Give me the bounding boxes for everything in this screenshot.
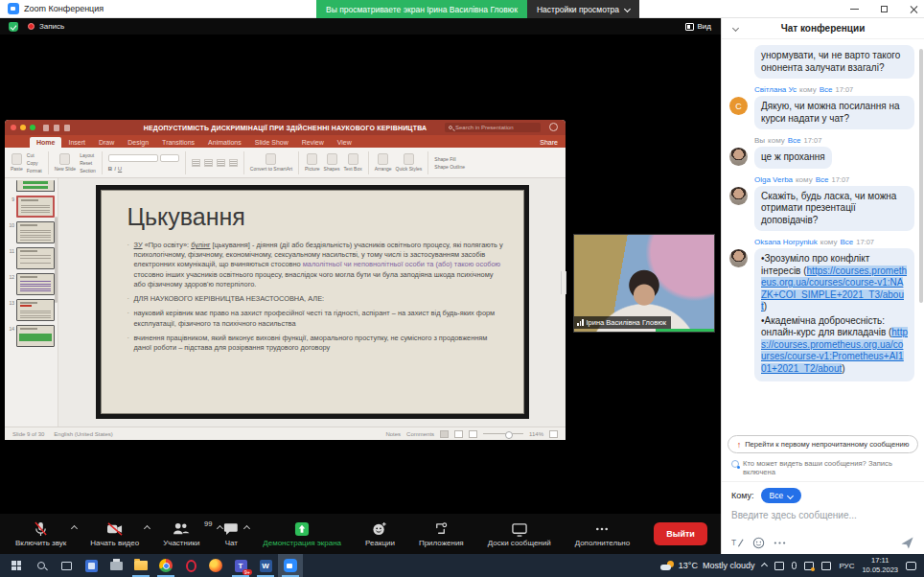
- slideshow-button[interactable]: [469, 430, 477, 438]
- taskbar-app-scanner[interactable]: [79, 554, 104, 577]
- share-screen-button[interactable]: Демонстрация экрана: [263, 521, 341, 547]
- more-options-icon[interactable]: [774, 541, 786, 545]
- slide-canvas[interactable]: Цькування ЗУ «Про освіту»: булінг [цькув…: [96, 185, 529, 419]
- leave-meeting-button[interactable]: Выйти: [654, 522, 707, 545]
- emoji-icon[interactable]: [752, 537, 765, 549]
- tray-display-icon[interactable]: [774, 562, 784, 570]
- taskbar-zoom[interactable]: [278, 554, 303, 577]
- chat-message-list[interactable]: унормувати, чи не варто такого ононента …: [722, 39, 924, 433]
- thumbnail-slide-12[interactable]: [16, 273, 55, 295]
- taskbar-opera[interactable]: [178, 554, 203, 577]
- mic-options-caret[interactable]: [71, 524, 78, 531]
- normal-view-button[interactable]: [440, 430, 449, 438]
- recording-icon[interactable]: [28, 23, 35, 30]
- participants-options-caret[interactable]: [217, 524, 223, 531]
- thumbnail-slide-9[interactable]: [16, 196, 55, 218]
- format-painter-button[interactable]: Format: [27, 168, 42, 173]
- tab-transitions[interactable]: Transitions: [155, 137, 201, 149]
- chat-options-caret[interactable]: [243, 524, 250, 531]
- slide-sorter-button[interactable]: [454, 430, 463, 438]
- hidden-icons-caret[interactable]: [761, 562, 768, 568]
- close-button[interactable]: [910, 5, 918, 13]
- tab-home[interactable]: Home: [30, 137, 61, 149]
- start-button[interactable]: [4, 554, 29, 577]
- slide-editing-area[interactable]: Цькування ЗУ «Про освіту»: булінг [цькув…: [58, 178, 566, 427]
- paragraph-group[interactable]: [192, 150, 238, 176]
- tab-slideshow[interactable]: Slide Show: [248, 137, 295, 149]
- comments-button[interactable]: Comments: [406, 431, 434, 437]
- feedback-smiley-icon[interactable]: [549, 123, 558, 131]
- quick-styles-button[interactable]: Quick Styles: [396, 153, 423, 172]
- send-icon[interactable]: [900, 536, 914, 550]
- shape-fill-button[interactable]: Shape Fill: [434, 156, 465, 162]
- speaker-video-tile[interactable]: Ірина Василівна Гловюк: [573, 234, 715, 333]
- tab-design[interactable]: Design: [121, 137, 155, 149]
- security-shield-icon[interactable]: [9, 22, 18, 32]
- recipient-select[interactable]: Все: [761, 488, 802, 503]
- format-text-icon[interactable]: T: [731, 537, 744, 549]
- task-view-button[interactable]: [54, 554, 79, 577]
- taskbar-file-explorer[interactable]: [128, 554, 153, 577]
- fit-slide-button[interactable]: [549, 430, 558, 438]
- privacy-note[interactable]: Кто может видеть ваши сообщения? Запись …: [722, 459, 924, 481]
- copy-button[interactable]: Copy: [27, 160, 42, 166]
- arrange-button[interactable]: Arrange: [375, 153, 392, 172]
- tray-cast-icon[interactable]: [804, 562, 814, 570]
- language-indicator[interactable]: English (United States): [54, 431, 112, 437]
- thumbnail-slide-13[interactable]: [16, 299, 55, 321]
- text-box-button[interactable]: Text Box: [344, 153, 362, 172]
- thumbnail-slide-14[interactable]: [16, 325, 55, 347]
- paste-button[interactable]: Paste: [11, 153, 23, 172]
- tab-insert[interactable]: Insert: [61, 137, 92, 149]
- new-slide-button[interactable]: New Slide: [55, 153, 77, 172]
- whiteboards-button[interactable]: Доски сообщений: [488, 521, 551, 547]
- video-options-caret[interactable]: [144, 524, 150, 531]
- zoom-slider[interactable]: [483, 433, 523, 434]
- taskbar-chrome[interactable]: [153, 554, 178, 577]
- thumbnail-scrollbar[interactable]: [55, 217, 58, 303]
- view-button[interactable]: Вид: [685, 22, 711, 31]
- taskbar-teams[interactable]: 9+: [228, 554, 253, 577]
- tab-view[interactable]: View: [331, 137, 358, 149]
- view-settings-button[interactable]: Настройки просмотра: [527, 0, 639, 18]
- jump-to-unread-button[interactable]: ↑ Перейти к первому непрочитанному сообщ…: [728, 435, 918, 453]
- search-in-presentation[interactable]: Search in Presentation: [445, 123, 541, 132]
- thumbnail-slide-10[interactable]: [16, 221, 55, 243]
- taskbar-search-button[interactable]: [29, 554, 54, 577]
- layout-button[interactable]: Layout: [80, 152, 96, 158]
- picture-button[interactable]: Picture: [305, 153, 320, 172]
- weather-widget[interactable]: 13°C Mostly cloudy: [660, 561, 755, 570]
- chat-scrollbar[interactable]: [919, 49, 923, 303]
- minimize-button[interactable]: [850, 5, 859, 13]
- notification-center-icon[interactable]: [906, 562, 916, 570]
- slide-thumbnail-panel[interactable]: 9 10 11 12 13 14: [5, 178, 58, 427]
- tab-review[interactable]: Review: [295, 137, 331, 149]
- share-button[interactable]: Share: [540, 139, 558, 146]
- thumbnail-slide-11[interactable]: [16, 247, 55, 269]
- taskbar-app-printer[interactable]: [104, 554, 128, 577]
- start-video-button[interactable]: Начать видео: [90, 521, 139, 547]
- more-button[interactable]: Дополнительно: [575, 521, 631, 547]
- convert-smartart-button[interactable]: Convert to SmartArt: [250, 153, 292, 172]
- apps-button[interactable]: Приложения: [419, 521, 464, 547]
- chat-button[interactable]: Чат: [223, 521, 239, 547]
- font-select[interactable]: [108, 154, 158, 162]
- shapes-button[interactable]: Shapes: [324, 153, 340, 172]
- language-indicator[interactable]: РУС: [839, 562, 854, 570]
- tray-microphone-icon[interactable]: [792, 562, 797, 569]
- unmute-button[interactable]: Включить звук: [15, 521, 66, 547]
- participants-button[interactable]: Участники 99: [163, 521, 199, 547]
- cut-button[interactable]: Cut: [27, 152, 42, 158]
- font-size-select[interactable]: [160, 154, 179, 162]
- taskbar-word[interactable]: [253, 554, 278, 577]
- video-drag-handle[interactable]: [561, 271, 566, 294]
- font-format-buttons[interactable]: BIU: [108, 166, 179, 172]
- tab-animations[interactable]: Animations: [201, 137, 248, 149]
- tray-network-icon[interactable]: [821, 562, 831, 570]
- section-button[interactable]: Section: [80, 168, 96, 173]
- taskbar-firefox[interactable]: [203, 554, 228, 577]
- notes-button[interactable]: Notes: [385, 431, 401, 437]
- tab-draw[interactable]: Draw: [92, 137, 121, 149]
- reactions-button[interactable]: Реакции: [365, 521, 395, 547]
- message-input[interactable]: Введите здесь сообщение...: [731, 510, 914, 520]
